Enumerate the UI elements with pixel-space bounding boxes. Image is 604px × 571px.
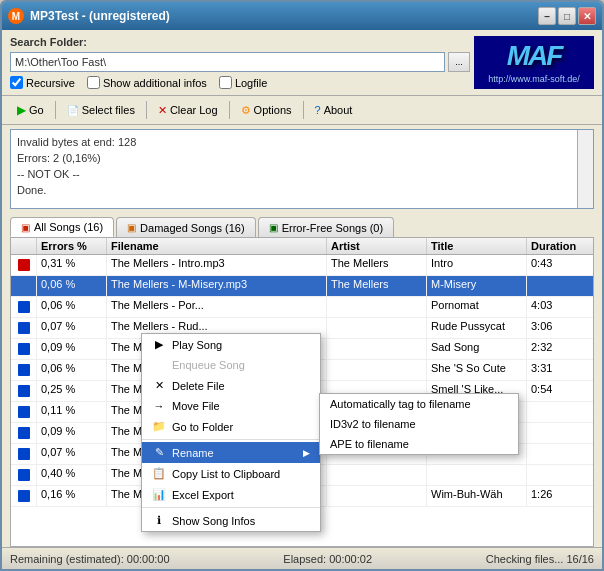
row-indicator-cell bbox=[11, 444, 37, 464]
clear-label: Clear Log bbox=[170, 104, 218, 116]
row-errors: 0,09 % bbox=[37, 423, 107, 443]
about-button[interactable]: ? About bbox=[308, 99, 360, 121]
context-menu-item[interactable]: 📁 Go to Folder bbox=[142, 416, 320, 437]
context-menu-separator bbox=[142, 439, 320, 440]
select-files-button[interactable]: 📄 Select files bbox=[60, 99, 142, 121]
row-duration: 0:54 bbox=[527, 381, 593, 401]
row-errors: 0,09 % bbox=[37, 339, 107, 359]
row-indicator bbox=[18, 322, 30, 334]
close-button[interactable]: ✕ bbox=[578, 7, 596, 25]
context-menu-item[interactable]: ✕ Delete File bbox=[142, 375, 320, 396]
status-bar: Remaining (estimated): 00:00:00 Elapsed:… bbox=[2, 547, 602, 569]
recursive-checkbox[interactable]: Recursive bbox=[10, 76, 75, 89]
row-duration: 3:31 bbox=[527, 360, 593, 380]
toolbar: ▶ Go 📄 Select files ✕ Clear Log ⚙ Option… bbox=[2, 95, 602, 125]
context-menu-item[interactable]: ✎ Rename ▶ bbox=[142, 442, 320, 463]
browse-button[interactable]: ... bbox=[448, 52, 470, 72]
row-indicator bbox=[18, 448, 30, 460]
search-input[interactable] bbox=[10, 52, 445, 72]
row-duration: 0:43 bbox=[527, 255, 593, 275]
context-menu-item[interactable]: ℹ Show Song Infos bbox=[142, 510, 320, 531]
tabs-bar: ▣ All Songs (16) ▣ Damaged Songs (16) ▣ … bbox=[2, 213, 602, 237]
tab-error-free-songs[interactable]: ▣ Error-Free Songs (0) bbox=[258, 217, 394, 237]
col-artist: Artist bbox=[327, 238, 427, 254]
row-title: Pornomat bbox=[427, 297, 527, 317]
submenu-item-label: ID3v2 to filename bbox=[330, 418, 416, 430]
tab-free-icon: ▣ bbox=[269, 222, 278, 233]
submenu-item[interactable]: Automatically tag to filename bbox=[320, 394, 518, 414]
row-artist bbox=[327, 360, 427, 380]
context-menu-item-icon: 📋 bbox=[152, 467, 166, 480]
context-menu-item-icon: 📁 bbox=[152, 420, 166, 433]
context-menu-item[interactable]: ▶ Play Song bbox=[142, 334, 320, 355]
clear-log-button[interactable]: ✕ Clear Log bbox=[151, 99, 225, 121]
row-duration bbox=[527, 423, 593, 443]
row-duration bbox=[527, 444, 593, 464]
row-title: Intro bbox=[427, 255, 527, 275]
table-row[interactable]: 0,06 % The Mellers - Por... Pornomat 4:0… bbox=[11, 297, 593, 318]
logfile-checkbox[interactable]: Logfile bbox=[219, 76, 267, 89]
context-menu-item-icon: 📊 bbox=[152, 488, 166, 501]
row-errors: 0,06 % bbox=[37, 276, 107, 296]
log-scrollbar[interactable] bbox=[577, 130, 593, 208]
row-indicator-cell bbox=[11, 297, 37, 317]
tab-all-songs[interactable]: ▣ All Songs (16) bbox=[10, 217, 114, 237]
toolbar-separator-1 bbox=[55, 101, 56, 119]
context-menu-item-icon: → bbox=[152, 400, 166, 412]
additional-infos-checkbox[interactable]: Show additional infos bbox=[87, 76, 207, 89]
context-menu-item-label: Play Song bbox=[172, 339, 222, 351]
context-menu-item: Enqueue Song bbox=[142, 355, 320, 375]
row-title bbox=[427, 465, 527, 485]
log-line-4: Done. bbox=[17, 182, 569, 198]
status-remaining: Remaining (estimated): 00:00:00 bbox=[10, 553, 170, 565]
search-folder-label: Search Folder: bbox=[10, 36, 470, 48]
col-errors: Errors % bbox=[37, 238, 107, 254]
logo-text: MAF bbox=[507, 42, 562, 70]
window-title: MP3Test - (unregistered) bbox=[30, 9, 170, 23]
select-label: Select files bbox=[82, 104, 135, 116]
tab-damaged-songs[interactable]: ▣ Damaged Songs (16) bbox=[116, 217, 256, 237]
row-title: Wim-Buh-Wäh bbox=[427, 486, 527, 506]
context-menu-item-label: Excel Export bbox=[172, 489, 234, 501]
toolbar-separator-4 bbox=[303, 101, 304, 119]
context-menu-item[interactable]: → Move File bbox=[142, 396, 320, 416]
row-errors: 0,40 % bbox=[37, 465, 107, 485]
row-duration: 3:06 bbox=[527, 318, 593, 338]
row-duration: 2:32 bbox=[527, 339, 593, 359]
context-menu-item-icon: ℹ bbox=[152, 514, 166, 527]
row-indicator-cell bbox=[11, 276, 37, 296]
row-indicator bbox=[18, 343, 30, 355]
row-errors: 0,07 % bbox=[37, 444, 107, 464]
context-menu-item-label: Show Song Infos bbox=[172, 515, 255, 527]
about-label: About bbox=[324, 104, 353, 116]
table-row[interactable]: 0,06 % The Mellers - M-Misery.mp3 The Me… bbox=[11, 276, 593, 297]
row-title: Sad Song bbox=[427, 339, 527, 359]
table-row[interactable]: 0,31 % The Mellers - Intro.mp3 The Melle… bbox=[11, 255, 593, 276]
tab-free-label: Error-Free Songs (0) bbox=[282, 222, 383, 234]
clear-icon: ✕ bbox=[158, 104, 167, 117]
row-indicator bbox=[18, 406, 30, 418]
submenu-item[interactable]: APE to filename bbox=[320, 434, 518, 454]
logfile-label: Logfile bbox=[235, 77, 267, 89]
about-icon: ? bbox=[315, 104, 321, 116]
submenu-item[interactable]: ID3v2 to filename bbox=[320, 414, 518, 434]
row-errors: 0,11 % bbox=[37, 402, 107, 422]
minimize-button[interactable]: – bbox=[538, 7, 556, 25]
go-button[interactable]: ▶ Go bbox=[10, 99, 51, 121]
row-indicator-cell bbox=[11, 486, 37, 506]
title-bar: M MP3Test - (unregistered) – □ ✕ bbox=[2, 2, 602, 30]
row-indicator-cell bbox=[11, 255, 37, 275]
context-menu-item[interactable]: 📊 Excel Export bbox=[142, 484, 320, 505]
options-button[interactable]: ⚙ Options bbox=[234, 99, 299, 121]
tab-all-label: All Songs (16) bbox=[34, 221, 103, 233]
search-row: ... bbox=[10, 52, 470, 72]
submenu-item-label: Automatically tag to filename bbox=[330, 398, 471, 410]
log-line-3: -- NOT OK -- bbox=[17, 166, 569, 182]
logo-url: http://www.maf-soft.de/ bbox=[488, 74, 580, 84]
row-indicator bbox=[18, 490, 30, 502]
row-errors: 0,31 % bbox=[37, 255, 107, 275]
title-left: M MP3Test - (unregistered) bbox=[8, 8, 170, 24]
context-menu-item[interactable]: 📋 Copy List to Clipboard bbox=[142, 463, 320, 484]
maximize-button[interactable]: □ bbox=[558, 7, 576, 25]
row-artist: The Mellers bbox=[327, 276, 427, 296]
